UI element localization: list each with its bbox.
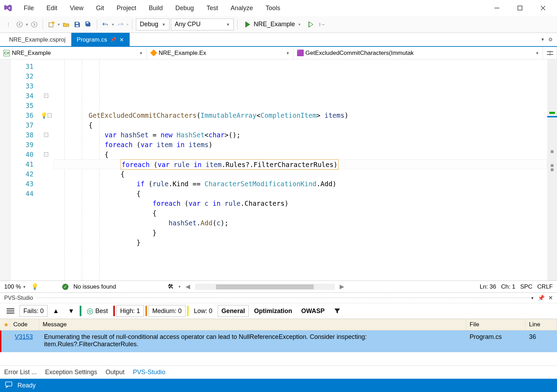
save-all-button[interactable] — [84, 20, 93, 29]
fold-toggle[interactable]: − — [38, 91, 54, 101]
startup-project-label: NRE_Example — [254, 21, 295, 28]
menu-build[interactable]: Build — [143, 2, 169, 15]
general-tab[interactable]: General — [218, 305, 249, 317]
menu-test[interactable]: Test — [200, 2, 224, 15]
feedback-icon[interactable] — [5, 381, 13, 390]
redo-button[interactable] — [115, 20, 125, 29]
main-toolbar: ⋮ ▾ + ▾ ▾ ▾ Debug▼ Any CPU▼ NRE_Example▾… — [0, 16, 557, 33]
horizontal-scrollbar[interactable] — [195, 284, 335, 290]
low-filter[interactable]: Low: 0 — [190, 305, 216, 317]
sort-up-button[interactable]: ▲ — [49, 305, 63, 317]
menu-edit[interactable]: Edit — [40, 2, 64, 15]
pvs-warning-row[interactable]: ☆ V3153 Enumerating the result of null-c… — [0, 331, 557, 352]
zoom-dropdown[interactable]: 100 % ▼ — [4, 283, 26, 290]
close-button[interactable] — [538, 3, 548, 13]
lightbulb-icon[interactable]: 💡 — [31, 283, 38, 290]
col-indicator[interactable]: Ch: 1 — [501, 283, 515, 290]
document-tab-bar: NRE_Example.csproj Program.cs 📌 ✕ ▼ ⚙ — [0, 33, 557, 47]
nav-back-dropdown-icon[interactable]: ⋮ — [3, 20, 13, 29]
bottom-tab[interactable]: Exception Settings — [45, 369, 97, 376]
step-over-icon[interactable]: ⁞→ — [317, 20, 327, 29]
menu-tools[interactable]: Tools — [259, 2, 287, 15]
medium-filter[interactable]: Medium: 0 — [149, 305, 186, 317]
close-tab-icon[interactable]: ✕ — [120, 37, 124, 43]
save-button[interactable] — [72, 20, 82, 29]
menu-file[interactable]: File — [17, 2, 40, 15]
nav-project-dropdown[interactable]: C# NRE_Example ▼ — [0, 47, 147, 59]
indent-indicator[interactable]: SPC — [520, 283, 533, 290]
nav-member-dropdown[interactable]: 🟪 GetExcludedCommitCharacters(Immutak ▼ — [294, 47, 543, 59]
gear-icon[interactable]: ⚙ — [548, 37, 553, 42]
nav-forward-button[interactable] — [29, 20, 39, 29]
code-cell[interactable]: V3153 — [11, 331, 41, 352]
filter-icon[interactable] — [330, 305, 345, 317]
chevron-down-icon[interactable]: ▼ — [530, 296, 534, 300]
scroll-right-icon[interactable]: ▶ — [340, 283, 344, 290]
owasp-tab[interactable]: OWASP — [297, 305, 328, 317]
new-item-button[interactable]: + — [46, 20, 56, 29]
pin-icon[interactable]: 📌 — [110, 37, 116, 42]
line-column-header[interactable]: Line — [526, 319, 557, 330]
menu-view[interactable]: View — [64, 2, 90, 15]
best-filter[interactable]: ◎Best — [83, 305, 112, 317]
method-icon: 🟪 — [297, 50, 303, 56]
play-icon — [245, 21, 250, 28]
code-column-header[interactable]: Code — [10, 319, 39, 330]
code-editor[interactable]: 3132333435363738394041424344 −💡−−− GetEx… — [0, 59, 557, 281]
doctab-csproj[interactable]: NRE_Example.csproj — [3, 33, 71, 46]
line-indicator[interactable]: Ln: 36 — [480, 283, 496, 290]
doctab-program[interactable]: Program.cs 📌 ✕ — [71, 33, 130, 46]
bottom-tab[interactable]: Error List ... — [4, 369, 37, 376]
message-column-header[interactable]: Message — [39, 319, 466, 330]
bottom-tab[interactable]: Output — [106, 369, 124, 376]
open-button[interactable] — [61, 20, 71, 29]
lightbulb-icon[interactable]: 💡 — [41, 112, 48, 119]
titlebar: FileEditViewGitProjectBuildDebugTestAnal… — [0, 0, 557, 16]
nav-back-button[interactable] — [15, 20, 24, 29]
start-debug-button[interactable]: NRE_Example▾ — [241, 19, 305, 30]
star-cell[interactable]: ☆ — [1, 331, 11, 352]
optimization-tab[interactable]: Optimization — [250, 305, 296, 317]
svg-point-4 — [17, 22, 22, 27]
nav-class-dropdown[interactable]: 🔶 NRE_Example.Ex ▼ — [147, 47, 294, 59]
close-icon[interactable]: ✕ — [548, 295, 553, 301]
hamburger-menu-button[interactable] — [3, 305, 18, 317]
high-filter[interactable]: High: 1 — [116, 305, 144, 317]
nav-class-value: NRE_Example.Ex — [159, 50, 206, 57]
solution-platform-dropdown[interactable]: Any CPU▼ — [171, 19, 234, 30]
fold-toggle[interactable]: 💡− — [38, 110, 54, 120]
line-number-gutter: 3132333435363738394041424344 — [10, 59, 38, 281]
minimize-button[interactable] — [492, 3, 502, 13]
warning-code-link[interactable]: V3153 — [15, 333, 33, 340]
solution-config-value: Debug — [140, 21, 158, 28]
star-column-header[interactable]: ★ — [0, 319, 10, 330]
scroll-left-icon[interactable]: ◀ — [186, 283, 190, 290]
start-without-debug-button[interactable] — [306, 20, 316, 29]
code-area[interactable]: GetExcludedCommitCharacters(ImmutableArr… — [54, 59, 547, 281]
svg-point-5 — [31, 22, 37, 27]
split-view-button[interactable] — [543, 47, 557, 59]
bottom-tab[interactable]: PVS-Studio — [133, 369, 165, 376]
fold-gutter[interactable]: −💡−−− — [38, 59, 54, 281]
menu-git[interactable]: Git — [90, 2, 110, 15]
pvs-panel-title-bar[interactable]: PVS-Studio ▼ 📌 ✕ — [0, 293, 557, 303]
sort-down-button[interactable]: ▼ — [64, 305, 78, 317]
menu-analyze[interactable]: Analyze — [224, 2, 259, 15]
menu-debug[interactable]: Debug — [169, 2, 200, 15]
solution-config-dropdown[interactable]: Debug▼ — [136, 19, 169, 30]
file-column-header[interactable]: File — [466, 319, 526, 330]
fold-toggle[interactable]: − — [38, 130, 54, 140]
undo-button[interactable] — [101, 20, 110, 29]
fold-toggle[interactable]: − — [38, 150, 54, 159]
maximize-button[interactable] — [515, 3, 525, 13]
chevron-down-icon[interactable]: ▼ — [541, 37, 545, 42]
status-text: Ready — [17, 382, 36, 389]
eol-indicator[interactable]: CRLF — [537, 283, 553, 290]
fails-button[interactable]: Fails: 0 — [20, 305, 48, 317]
menu-project[interactable]: Project — [110, 2, 143, 15]
screwdriver-icon[interactable]: 🛠 — [168, 283, 174, 290]
pin-icon[interactable]: 📌 — [538, 295, 545, 301]
overview-ruler[interactable] — [547, 59, 557, 281]
svg-text:+: + — [52, 21, 54, 24]
pvs-grid-header[interactable]: ★ Code Message File Line — [0, 319, 557, 331]
